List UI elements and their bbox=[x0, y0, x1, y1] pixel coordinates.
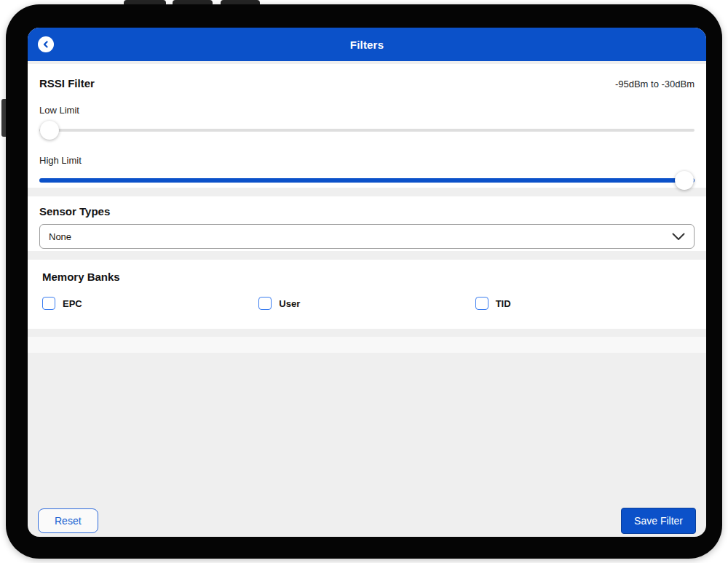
low-limit-label: Low Limit bbox=[39, 105, 695, 116]
high-limit-slider-thumb[interactable] bbox=[675, 171, 694, 190]
sensor-types-title: Sensor Types bbox=[39, 205, 695, 217]
back-button[interactable] bbox=[38, 36, 54, 52]
sensor-types-dropdown[interactable]: None bbox=[39, 224, 695, 249]
user-checkbox[interactable] bbox=[258, 297, 272, 310]
rssi-filter-title: RSSI Filter bbox=[39, 77, 95, 89]
tid-checkbox[interactable] bbox=[475, 297, 488, 310]
high-limit-slider-track[interactable] bbox=[39, 178, 695, 183]
app-screen: Filters RSSI Filter -95dBm to -30dBm Low… bbox=[28, 28, 706, 537]
sensor-types-card: Sensor Types None bbox=[28, 196, 706, 251]
memory-banks-options: EPC User TID bbox=[42, 297, 692, 310]
reset-button[interactable]: Reset bbox=[38, 508, 98, 533]
app-header: Filters bbox=[28, 28, 706, 61]
rssi-filter-card: RSSI Filter -95dBm to -30dBm Low Limit H… bbox=[28, 64, 706, 188]
epc-checkbox[interactable] bbox=[42, 297, 55, 310]
checkbox-item-user[interactable]: User bbox=[258, 297, 475, 310]
page-title: Filters bbox=[350, 39, 384, 51]
epc-checkbox-label: EPC bbox=[63, 298, 82, 309]
low-limit-slider-track[interactable] bbox=[39, 129, 695, 132]
empty-section-strip bbox=[28, 337, 706, 353]
checkbox-item-tid[interactable]: TID bbox=[475, 297, 692, 310]
chevron-down-icon bbox=[672, 233, 685, 241]
high-limit-label: High Limit bbox=[39, 155, 695, 166]
checkbox-item-epc[interactable]: EPC bbox=[42, 297, 258, 310]
sensor-types-selected-value: None bbox=[49, 231, 71, 242]
memory-banks-title: Memory Banks bbox=[42, 271, 692, 283]
user-checkbox-label: User bbox=[279, 298, 300, 309]
footer-actions: Reset Save Filter bbox=[38, 508, 696, 534]
high-limit-slider[interactable] bbox=[39, 171, 695, 190]
rssi-range-label: -95dBm to -30dBm bbox=[615, 79, 695, 89]
chevron-left-icon bbox=[42, 41, 50, 48]
save-filter-button[interactable]: Save Filter bbox=[621, 508, 696, 534]
low-limit-slider-thumb[interactable] bbox=[40, 121, 59, 140]
tid-checkbox-label: TID bbox=[496, 298, 511, 309]
low-limit-slider[interactable] bbox=[39, 121, 695, 140]
memory-banks-card: Memory Banks EPC User TID bbox=[28, 260, 706, 329]
